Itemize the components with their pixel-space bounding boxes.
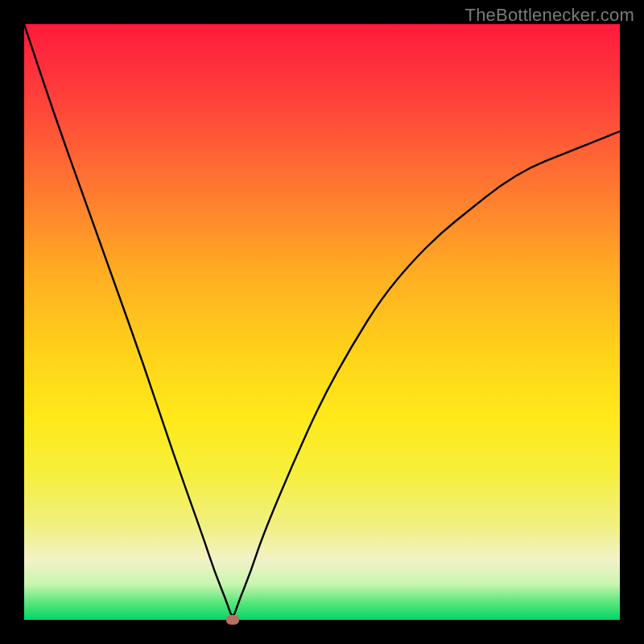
optimum-marker (226, 615, 239, 625)
plot-area (24, 24, 620, 620)
bottleneck-curve (24, 24, 620, 620)
attribution-text: TheBottlenecker.com (465, 5, 634, 26)
chart-frame: TheBottlenecker.com (0, 0, 644, 644)
